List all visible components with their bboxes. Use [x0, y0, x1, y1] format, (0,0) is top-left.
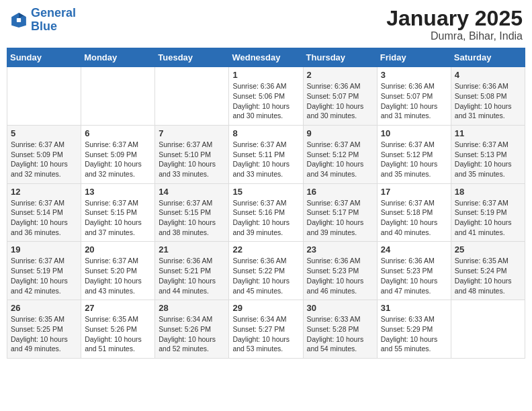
day-info: Sunrise: 6:37 AMSunset: 5:16 PMDaylight:… — [232, 198, 299, 238]
logo-general: General — [31, 6, 76, 19]
calendar-table: SundayMondayTuesdayWednesdayThursdayFrid… — [7, 48, 525, 359]
calendar-cell: 2Sunrise: 6:36 AMSunset: 5:07 PMDaylight… — [303, 67, 377, 126]
day-number: 1 — [232, 70, 299, 80]
calendar-cell: 28Sunrise: 6:34 AMSunset: 5:26 PMDayligh… — [155, 300, 229, 359]
day-info: Sunrise: 6:37 AMSunset: 5:09 PMDaylight:… — [11, 140, 77, 179]
calendar-cell: 25Sunrise: 6:35 AMSunset: 5:24 PMDayligh… — [451, 242, 525, 300]
calendar-cell: 9Sunrise: 6:37 AMSunset: 5:12 PMDaylight… — [303, 125, 377, 183]
day-number: 15 — [232, 187, 299, 197]
day-number: 26 — [11, 303, 77, 313]
day-info: Sunrise: 6:33 AMSunset: 5:29 PMDaylight:… — [381, 314, 447, 354]
day-info: Sunrise: 6:37 AMSunset: 5:17 PMDaylight:… — [307, 198, 373, 238]
calendar-cell — [155, 67, 229, 126]
logo-icon — [9, 11, 28, 30]
weekday-header-tuesday: Tuesday — [155, 48, 229, 67]
day-info: Sunrise: 6:36 AMSunset: 5:23 PMDaylight:… — [307, 256, 373, 295]
page-header: General Blue January 2025 Dumra, Bihar, … — [7, 7, 525, 42]
calendar-cell: 24Sunrise: 6:36 AMSunset: 5:23 PMDayligh… — [377, 242, 451, 300]
calendar-cell: 17Sunrise: 6:37 AMSunset: 5:18 PMDayligh… — [377, 183, 451, 242]
day-info: Sunrise: 6:37 AMSunset: 5:11 PMDaylight:… — [232, 140, 299, 179]
day-number: 7 — [159, 128, 225, 138]
calendar-cell: 8Sunrise: 6:37 AMSunset: 5:11 PMDaylight… — [229, 125, 303, 183]
day-number: 9 — [307, 128, 373, 138]
day-info: Sunrise: 6:37 AMSunset: 5:15 PMDaylight:… — [85, 198, 151, 238]
calendar-cell: 4Sunrise: 6:36 AMSunset: 5:08 PMDaylight… — [451, 67, 525, 126]
day-number: 4 — [455, 70, 521, 80]
day-number: 12 — [11, 187, 77, 197]
week-row-3: 12Sunrise: 6:37 AMSunset: 5:14 PMDayligh… — [7, 183, 525, 242]
weekday-header-thursday: Thursday — [303, 48, 377, 67]
svg-rect-2 — [17, 18, 21, 22]
weekday-header-row: SundayMondayTuesdayWednesdayThursdayFrid… — [7, 48, 525, 67]
calendar-cell — [451, 300, 525, 359]
day-number: 13 — [85, 187, 151, 197]
day-number: 2 — [307, 70, 373, 80]
calendar-cell: 12Sunrise: 6:37 AMSunset: 5:14 PMDayligh… — [7, 183, 81, 242]
calendar-cell: 6Sunrise: 6:37 AMSunset: 5:09 PMDaylight… — [81, 125, 155, 183]
day-number: 25 — [455, 244, 521, 255]
logo-blue: Blue — [31, 19, 57, 33]
day-info: Sunrise: 6:36 AMSunset: 5:08 PMDaylight:… — [455, 81, 521, 121]
calendar-cell: 1Sunrise: 6:36 AMSunset: 5:06 PMDaylight… — [229, 67, 303, 126]
calendar-cell: 3Sunrise: 6:36 AMSunset: 5:07 PMDaylight… — [377, 67, 451, 126]
day-info: Sunrise: 6:37 AMSunset: 5:13 PMDaylight:… — [455, 140, 521, 179]
calendar-cell — [7, 67, 81, 126]
calendar-cell: 31Sunrise: 6:33 AMSunset: 5:29 PMDayligh… — [377, 300, 451, 359]
calendar-cell: 7Sunrise: 6:37 AMSunset: 5:10 PMDaylight… — [155, 125, 229, 183]
day-info: Sunrise: 6:37 AMSunset: 5:15 PMDaylight:… — [159, 198, 225, 238]
calendar-cell: 23Sunrise: 6:36 AMSunset: 5:23 PMDayligh… — [303, 242, 377, 300]
day-number: 29 — [232, 303, 299, 313]
weekday-header-friday: Friday — [377, 48, 451, 67]
weekday-header-wednesday: Wednesday — [229, 48, 303, 67]
calendar-cell: 10Sunrise: 6:37 AMSunset: 5:12 PMDayligh… — [377, 125, 451, 183]
calendar-cell: 15Sunrise: 6:37 AMSunset: 5:16 PMDayligh… — [229, 183, 303, 242]
calendar-cell: 30Sunrise: 6:33 AMSunset: 5:28 PMDayligh… — [303, 300, 377, 359]
day-number: 17 — [381, 187, 447, 197]
day-number: 22 — [232, 244, 299, 255]
weekday-header-sunday: Sunday — [7, 48, 81, 67]
day-number: 20 — [85, 244, 151, 255]
day-info: Sunrise: 6:35 AMSunset: 5:25 PMDaylight:… — [11, 314, 77, 354]
day-number: 14 — [159, 187, 225, 197]
day-number: 30 — [307, 303, 373, 313]
day-number: 11 — [455, 128, 521, 138]
location-title: Dumra, Bihar, India — [386, 30, 523, 42]
weekday-header-saturday: Saturday — [451, 48, 525, 67]
day-number: 5 — [11, 128, 77, 138]
week-row-2: 5Sunrise: 6:37 AMSunset: 5:09 PMDaylight… — [7, 125, 525, 183]
day-info: Sunrise: 6:37 AMSunset: 5:10 PMDaylight:… — [159, 140, 225, 179]
day-info: Sunrise: 6:36 AMSunset: 5:21 PMDaylight:… — [159, 256, 225, 295]
day-info: Sunrise: 6:33 AMSunset: 5:28 PMDaylight:… — [307, 314, 373, 354]
calendar-cell — [81, 67, 155, 126]
calendar-cell: 27Sunrise: 6:35 AMSunset: 5:26 PMDayligh… — [81, 300, 155, 359]
day-info: Sunrise: 6:36 AMSunset: 5:07 PMDaylight:… — [381, 81, 447, 121]
day-info: Sunrise: 6:36 AMSunset: 5:07 PMDaylight:… — [307, 81, 373, 121]
day-info: Sunrise: 6:37 AMSunset: 5:20 PMDaylight:… — [85, 256, 151, 295]
day-info: Sunrise: 6:34 AMSunset: 5:27 PMDaylight:… — [232, 314, 299, 354]
week-row-5: 26Sunrise: 6:35 AMSunset: 5:25 PMDayligh… — [7, 300, 525, 359]
day-number: 3 — [381, 70, 447, 80]
day-info: Sunrise: 6:34 AMSunset: 5:26 PMDaylight:… — [159, 314, 225, 354]
day-info: Sunrise: 6:37 AMSunset: 5:14 PMDaylight:… — [11, 198, 77, 238]
calendar-cell: 29Sunrise: 6:34 AMSunset: 5:27 PMDayligh… — [229, 300, 303, 359]
day-number: 19 — [11, 244, 77, 255]
day-info: Sunrise: 6:36 AMSunset: 5:23 PMDaylight:… — [381, 256, 447, 295]
week-row-4: 19Sunrise: 6:37 AMSunset: 5:19 PMDayligh… — [7, 242, 525, 300]
calendar-cell: 5Sunrise: 6:37 AMSunset: 5:09 PMDaylight… — [7, 125, 81, 183]
day-number: 16 — [307, 187, 373, 197]
day-number: 18 — [455, 187, 521, 197]
day-info: Sunrise: 6:37 AMSunset: 5:12 PMDaylight:… — [307, 140, 373, 179]
day-number: 6 — [85, 128, 151, 138]
day-info: Sunrise: 6:35 AMSunset: 5:26 PMDaylight:… — [85, 314, 151, 354]
day-info: Sunrise: 6:35 AMSunset: 5:24 PMDaylight:… — [455, 256, 521, 295]
day-info: Sunrise: 6:36 AMSunset: 5:06 PMDaylight:… — [232, 81, 299, 121]
day-number: 31 — [381, 303, 447, 313]
day-info: Sunrise: 6:36 AMSunset: 5:22 PMDaylight:… — [232, 256, 299, 295]
calendar-cell: 22Sunrise: 6:36 AMSunset: 5:22 PMDayligh… — [229, 242, 303, 300]
logo: General Blue — [9, 7, 76, 34]
calendar-cell: 21Sunrise: 6:36 AMSunset: 5:21 PMDayligh… — [155, 242, 229, 300]
calendar-cell: 19Sunrise: 6:37 AMSunset: 5:19 PMDayligh… — [7, 242, 81, 300]
day-info: Sunrise: 6:37 AMSunset: 5:19 PMDaylight:… — [11, 256, 77, 295]
day-number: 10 — [381, 128, 447, 138]
calendar-cell: 11Sunrise: 6:37 AMSunset: 5:13 PMDayligh… — [451, 125, 525, 183]
